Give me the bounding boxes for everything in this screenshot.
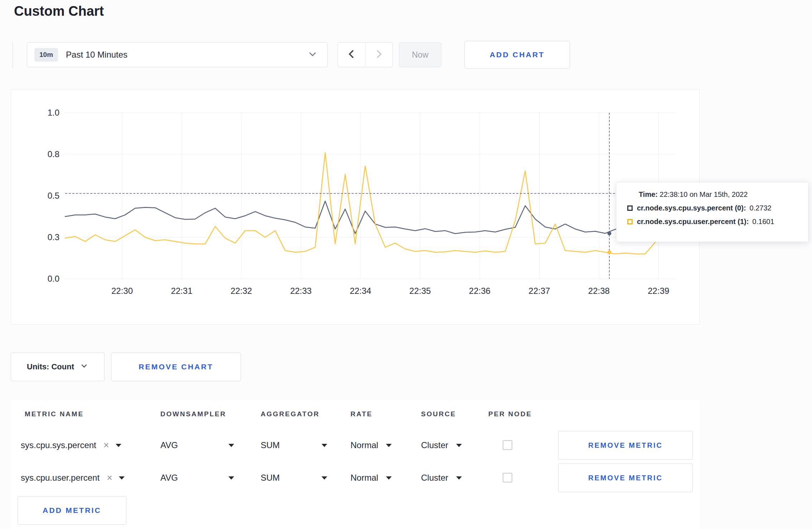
svg-text:0.3: 0.3 [48,232,59,242]
column-header-per-node: PER NODE [488,410,532,418]
tooltip-time-label: Time: [639,190,658,198]
per-node-checkbox[interactable] [503,473,512,482]
metric-name-select[interactable]: sys.cpu.user.percent × [21,464,125,492]
time-back-button[interactable] [338,43,366,67]
tooltip-series-row: cr.node.sys.cpu.sys.percent (0): 0.2732 [627,204,808,212]
metric-row: sys.cpu.sys.percent × AVG SUM Normal Clu… [0,431,812,460]
units-label: Units: Count [27,362,74,372]
tooltip-time: Time: 22:38:10 on Mar 15th, 2022 [639,190,808,199]
metric-row: sys.cpu.user.percent × AVG SUM Normal Cl… [0,464,812,492]
chevron-down-icon [80,361,88,372]
remove-chart-button[interactable]: REMOVE CHART [111,353,241,381]
rate-value: Normal [351,473,378,483]
column-header-downsampler: DOWNSAMPLER [160,410,226,418]
svg-text:22:37: 22:37 [528,286,550,296]
svg-text:0.0: 0.0 [48,274,59,283]
page-title: Custom Chart [14,4,104,19]
column-header-rate: RATE [351,410,373,418]
caret-down-icon [322,444,327,447]
svg-text:22:39: 22:39 [648,286,669,296]
chevron-right-icon [373,48,385,62]
caret-down-icon [228,444,234,447]
tooltip-series-row: cr.node.sys.cpu.user.percent (1): 0.1601 [627,218,808,226]
rate-value: Normal [351,440,378,450]
time-range-label: Past 10 Minutes [66,50,299,60]
downsampler-value: AVG [160,473,178,483]
metric-name-select[interactable]: sys.cpu.sys.percent × [21,431,121,460]
caret-down-icon [116,444,121,447]
aggregator-select[interactable]: SUM [261,431,327,460]
toolbar-divider [13,42,13,68]
svg-text:22:34: 22:34 [350,286,371,296]
time-forward-button[interactable] [366,43,393,67]
caret-down-icon [386,476,392,480]
svg-text:22:31: 22:31 [171,286,192,296]
remove-metric-button[interactable]: REMOVE METRIC [558,464,693,492]
now-button[interactable]: Now [399,42,441,67]
tooltip-series-name: cr.node.sys.cpu.sys.percent (0): [637,204,746,212]
svg-text:22:32: 22:32 [231,286,252,296]
tooltip-series-value: 0.2732 [750,204,772,212]
per-node-checkbox[interactable] [503,440,512,450]
svg-text:1.0: 1.0 [48,108,59,117]
svg-text:22:35: 22:35 [409,286,431,296]
rate-select[interactable]: Normal [351,431,392,460]
source-select[interactable]: Cluster [421,464,462,492]
column-header-metric-name: METRIC NAME [25,410,84,418]
aggregator-value: SUM [261,473,280,483]
svg-text:0.8: 0.8 [48,149,59,159]
downsampler-select[interactable]: AVG [160,431,234,460]
source-value: Cluster [421,440,448,450]
downsampler-value: AVG [160,440,178,450]
column-header-source: SOURCE [421,410,456,418]
chart-tooltip: Time: 22:38:10 on Mar 15th, 2022 cr.node… [616,182,808,242]
svg-text:0.5: 0.5 [48,191,59,200]
svg-text:22:38: 22:38 [588,286,610,296]
downsampler-select[interactable]: AVG [160,464,234,492]
caret-down-icon [456,444,462,447]
aggregator-select[interactable]: SUM [261,464,327,492]
cpu-chart-svg[interactable]: 1.00.80.50.30.022:3022:3122:3222:3322:34… [11,89,700,325]
add-chart-button[interactable]: ADD CHART [464,41,570,69]
series-swatch-icon [627,219,633,224]
source-select[interactable]: Cluster [421,431,462,460]
aggregator-value: SUM [261,440,280,450]
metric-name-label: sys.cpu.user.percent [21,473,100,483]
svg-text:22:36: 22:36 [469,286,490,296]
chevron-left-icon [345,48,358,62]
source-value: Cluster [421,473,448,483]
caret-down-icon [228,476,234,480]
units-select[interactable]: Units: Count [11,353,105,381]
chevron-down-icon [307,49,318,61]
caret-down-icon [386,444,392,447]
time-nav-group [338,42,393,67]
custom-chart-page: Custom Chart 10m Past 10 Minutes Now ADD… [0,0,812,529]
column-header-aggregator: AGGREGATOR [261,410,320,418]
series-swatch-icon [627,205,633,211]
time-range-badge: 10m [34,48,58,62]
svg-text:22:33: 22:33 [290,286,311,296]
chart-card: 1.00.80.50.30.022:3022:3122:3222:3322:34… [11,89,700,325]
remove-metric-button[interactable]: REMOVE METRIC [558,431,693,460]
tooltip-series-value: 0.1601 [752,218,774,226]
tooltip-time-value: 22:38:10 on Mar 15th, 2022 [660,190,748,198]
metric-name-label: sys.cpu.sys.percent [21,440,96,450]
caret-down-icon [119,476,125,480]
time-range-select[interactable]: 10m Past 10 Minutes [27,42,328,67]
caret-down-icon [322,476,327,480]
clear-metric-icon[interactable]: × [107,473,112,483]
rate-select[interactable]: Normal [351,464,392,492]
tooltip-series-name: cr.node.sys.cpu.user.percent (1): [637,218,749,226]
caret-down-icon [456,476,462,480]
add-metric-button[interactable]: ADD METRIC [18,496,126,525]
clear-metric-icon[interactable]: × [103,441,109,450]
svg-text:22:30: 22:30 [111,286,133,296]
